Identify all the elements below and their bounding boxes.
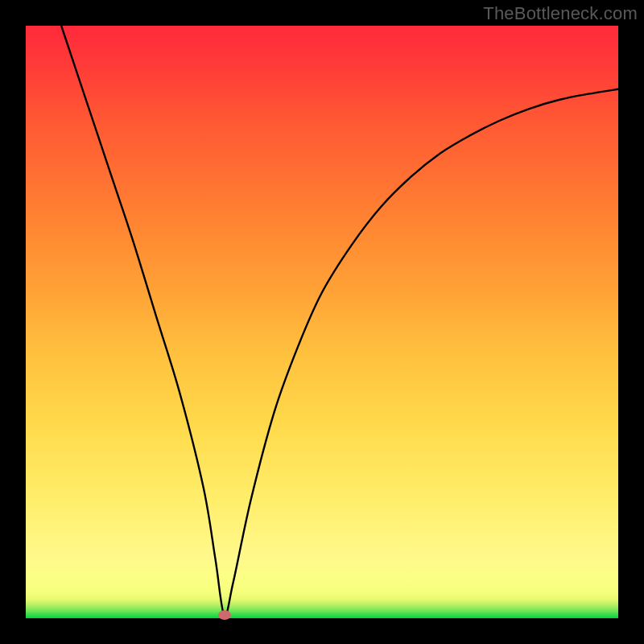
optimal-point-marker bbox=[218, 610, 231, 620]
chart-frame: TheBottleneck.com bbox=[0, 0, 644, 644]
plot-area bbox=[26, 26, 618, 618]
bottleneck-curve bbox=[26, 26, 618, 618]
watermark-text: TheBottleneck.com bbox=[483, 3, 638, 24]
